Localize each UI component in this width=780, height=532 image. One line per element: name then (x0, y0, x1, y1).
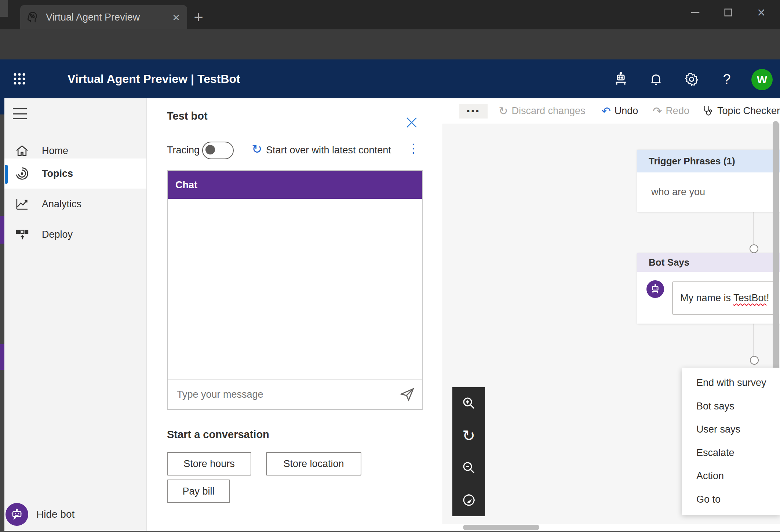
new-tab-button[interactable]: + (189, 8, 208, 26)
start-over-icon: ↻ (252, 142, 262, 156)
tab-title: Virtual Agent Preview (46, 12, 140, 23)
browser-tab[interactable]: Virtual Agent Preview × (20, 5, 187, 29)
menu-item-go-to[interactable]: Go to (682, 494, 780, 505)
sidebar-item-topics[interactable]: Topics (4, 158, 146, 189)
connector-line (754, 324, 754, 356)
connector-line (754, 212, 754, 244)
undo-label: Undo (615, 105, 638, 117)
bot-message-word: TestBot (733, 292, 766, 303)
sidebar-item-label: Home (42, 145, 68, 157)
home-icon (15, 143, 29, 158)
send-message-icon[interactable] (398, 386, 415, 403)
screen: Virtual Agent Preview × + × ↻ https://va… (0, 0, 780, 532)
hamburger-menu-icon[interactable] (13, 108, 27, 119)
chat-header-label: Chat (175, 179, 197, 191)
undo-icon: ↶ (602, 106, 611, 117)
deploy-icon (15, 227, 29, 242)
vertical-scrollbar-thumb[interactable] (773, 121, 779, 382)
redo-button[interactable]: ↷ Redo (653, 105, 689, 117)
bot-icon[interactable] (610, 69, 631, 90)
sidebar-item-label: Topics (42, 168, 73, 179)
trigger-phrase-text[interactable]: who are you (651, 186, 705, 198)
menu-item-action[interactable]: Action (682, 470, 780, 482)
redo-icon: ↷ (653, 106, 662, 117)
trigger-phrases-node[interactable]: Trigger Phrases (1) who are you (637, 150, 780, 212)
suggestion-store-hours-button[interactable]: Store hours (167, 452, 251, 475)
tracing-toggle[interactable] (202, 142, 234, 159)
test-bot-more-options-icon[interactable]: ⋮ (407, 141, 420, 156)
window-maximize-button[interactable] (717, 4, 739, 21)
tab-favicon-bot-head-icon (26, 11, 39, 24)
start-over-button[interactable]: Start over with latest content (266, 145, 391, 156)
discard-changes-label: Discard changes (511, 105, 585, 117)
suggestion-pay-bill-button[interactable]: Pay bill (167, 480, 230, 503)
horizontal-scrollbar-thumb[interactable] (463, 525, 539, 530)
fit-view-compass-icon[interactable] (461, 492, 477, 508)
bot-message-prefix: My name is (680, 292, 733, 303)
browser-tab-strip: Virtual Agent Preview × + × (0, 0, 780, 29)
undo-button[interactable]: ↶ Undo (602, 105, 638, 117)
close-test-bot-icon[interactable] (404, 114, 420, 131)
topic-checker-button[interactable]: Topic Checker (702, 105, 780, 117)
app-title: Virtual Agent Preview | TestBot (68, 72, 240, 86)
avatar-initial: W (757, 73, 767, 86)
bot-says-title: Bot Says (649, 257, 689, 268)
suggestion-store-location-button[interactable]: Store location (266, 452, 361, 475)
bot-face-icon (6, 503, 28, 526)
topic-checker-label: Topic Checker (717, 105, 780, 117)
settings-gear-icon[interactable] (681, 69, 702, 90)
connector-node-circle[interactable] (750, 356, 759, 365)
redo-label: Redo (666, 105, 689, 117)
canvas-zoom-controls: ↻ (452, 387, 485, 516)
menu-item-user-says[interactable]: User says (682, 424, 780, 435)
suggestion-label: Store location (283, 458, 344, 470)
suggestion-label: Pay bill (182, 486, 214, 497)
analytics-icon (15, 197, 29, 211)
window-close-button[interactable]: × (750, 4, 772, 21)
start-conversation-heading: Start a conversation (167, 429, 269, 441)
add-node-menu: End with survey Bot says User says Escal… (682, 368, 780, 515)
bot-avatar-icon (646, 280, 664, 298)
zoom-in-icon[interactable] (461, 395, 477, 411)
stethoscope-icon (702, 105, 714, 117)
menu-item-end-with-survey[interactable]: End with survey (682, 377, 780, 389)
bot-says-node[interactable]: Bot Says My name is TestBot! (637, 253, 780, 324)
chat-window: Chat (167, 170, 423, 410)
background-window-edge (0, 98, 4, 532)
sidebar-item-analytics[interactable]: Analytics (4, 189, 146, 219)
reset-zoom-icon[interactable]: ↻ (461, 427, 477, 444)
bot-message-suffix: ! (766, 292, 769, 303)
trigger-phrases-title: Trigger Phrases (1) (649, 156, 735, 167)
hide-bot-button[interactable]: Hide bot (6, 503, 127, 526)
connector-node-circle[interactable] (750, 244, 758, 253)
user-avatar[interactable]: W (751, 69, 773, 90)
waffle-menu-icon[interactable] (13, 73, 26, 85)
chat-input-row (168, 379, 422, 409)
browser-toolbar: ↻ https://va.ai.dynamics.com/#/dialog/8c… (0, 29, 780, 59)
sidebar-item-label: Deploy (42, 229, 73, 240)
test-bot-title: Test bot (167, 110, 208, 122)
discard-changes-button[interactable]: ↻ Discard changes (499, 105, 585, 117)
chat-message-input[interactable] (176, 389, 398, 401)
suggestion-label: Store hours (183, 458, 235, 470)
window-minimize-button[interactable] (684, 4, 706, 21)
chat-header: Chat (168, 171, 422, 199)
menu-item-bot-says[interactable]: Bot says (682, 401, 780, 412)
bot-message-input[interactable]: My name is TestBot! (672, 281, 779, 315)
horizontal-scrollbar-track[interactable] (442, 524, 780, 531)
tab-close-icon[interactable]: × (172, 11, 180, 23)
more-options-button[interactable]: ••• (459, 104, 488, 119)
sidebar-item-deploy[interactable]: Deploy (4, 219, 146, 249)
discard-changes-icon: ↻ (499, 106, 508, 117)
menu-item-escalate[interactable]: Escalate (682, 447, 780, 459)
background-window-sliver (0, 0, 8, 17)
zoom-out-icon[interactable] (461, 460, 477, 476)
topics-icon (15, 166, 29, 181)
toggle-knob (205, 145, 215, 154)
notifications-bell-icon[interactable] (646, 69, 666, 90)
canvas-toolbar: ••• ↻ Discard changes ↶ Undo ↷ Redo Topi… (442, 98, 780, 124)
hide-bot-label: Hide bot (36, 509, 74, 520)
help-icon[interactable]: ? (717, 69, 737, 90)
sidebar-item-label: Analytics (42, 198, 81, 210)
selected-item-accent-bar (5, 165, 8, 184)
